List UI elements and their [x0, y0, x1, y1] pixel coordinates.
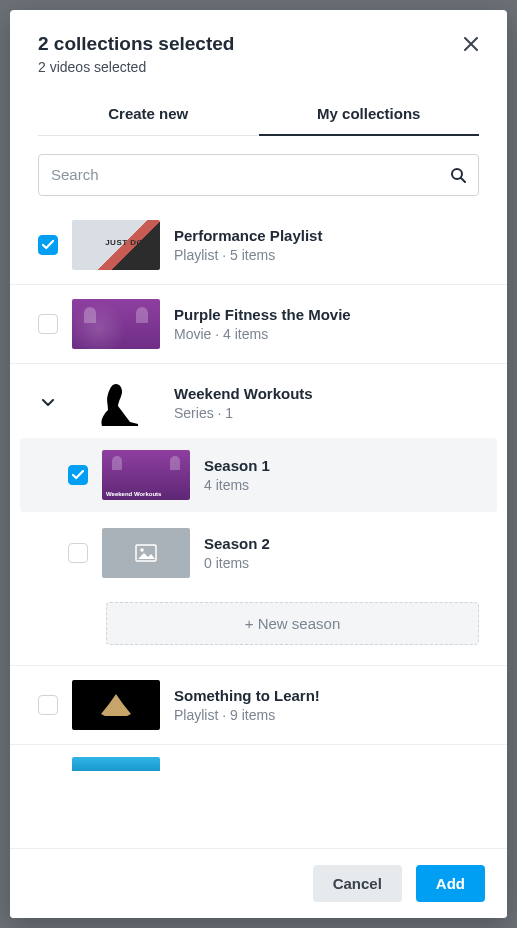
item-name: Season 2: [204, 534, 469, 554]
list-item[interactable]: Something to Learn! Playlist · 9 items: [10, 666, 507, 745]
item-sub: Playlist · 9 items: [174, 707, 479, 723]
collection-list[interactable]: Performance Playlist Playlist · 5 items …: [10, 206, 507, 848]
tab-create-new[interactable]: Create new: [38, 93, 259, 136]
item-name: Weekend Workouts: [174, 384, 479, 404]
thumbnail-placeholder: [102, 528, 190, 578]
search-input[interactable]: [51, 166, 450, 183]
modal-subtitle: 2 videos selected: [38, 59, 479, 75]
item-meta: Something to Learn! Playlist · 9 items: [174, 686, 479, 724]
item-meta: Season 2 0 items: [204, 534, 469, 572]
modal-footer: Cancel Add: [10, 848, 507, 918]
list-item[interactable]: Purple Fitness the Movie Movie · 4 items: [10, 285, 507, 364]
item-name: Season 1: [204, 456, 469, 476]
item-sub: 4 items: [204, 477, 469, 493]
add-to-collection-modal: 2 collections selected 2 videos selected…: [10, 10, 507, 918]
thumbnail: [72, 680, 160, 730]
item-sub: Movie · 4 items: [174, 326, 479, 342]
thumbnail: [72, 299, 160, 349]
item-name: Something to Learn!: [174, 686, 479, 706]
item-meta: Season 1 4 items: [204, 456, 469, 494]
thumbnail: [72, 757, 160, 771]
item-meta: Performance Playlist Playlist · 5 items: [174, 226, 479, 264]
checkbox[interactable]: [38, 235, 58, 255]
checkbox[interactable]: [38, 695, 58, 715]
add-button[interactable]: Add: [416, 865, 485, 902]
season-item[interactable]: Weekend Workouts Season 1 4 items: [20, 438, 497, 512]
thumbnail: Weekend Workouts: [102, 450, 190, 500]
season-item[interactable]: Season 2 0 items: [20, 516, 497, 590]
item-name: Performance Playlist: [174, 226, 479, 246]
checkbox[interactable]: [68, 543, 88, 563]
item-meta: Purple Fitness the Movie Movie · 4 items: [174, 305, 479, 343]
item-sub: Playlist · 5 items: [174, 247, 479, 263]
chevron-down-icon[interactable]: [38, 393, 58, 413]
list-item[interactable]: Weekend Workouts Series · 1: [10, 364, 507, 434]
item-sub: 0 items: [204, 555, 469, 571]
search-field[interactable]: [38, 154, 479, 196]
thumbnail: [72, 378, 160, 428]
checkbox[interactable]: [38, 314, 58, 334]
item-meta: Weekend Workouts Series · 1: [174, 384, 479, 422]
modal-title: 2 collections selected: [38, 32, 479, 57]
checkbox[interactable]: [68, 465, 88, 485]
item-sub: Series · 1: [174, 405, 479, 421]
modal-header: 2 collections selected 2 videos selected: [10, 10, 507, 75]
list-item[interactable]: Performance Playlist Playlist · 5 items: [10, 206, 507, 285]
thumbnail: [72, 220, 160, 270]
search-icon: [450, 167, 466, 183]
close-icon[interactable]: [461, 34, 481, 54]
cancel-button[interactable]: Cancel: [313, 865, 402, 902]
new-season-button[interactable]: + New season: [106, 602, 479, 645]
tab-my-collections[interactable]: My collections: [259, 93, 480, 136]
list-item[interactable]: [10, 745, 507, 777]
svg-point-2: [140, 548, 144, 552]
item-name: Purple Fitness the Movie: [174, 305, 479, 325]
tabs: Create new My collections: [38, 93, 479, 136]
season-list: Weekend Workouts Season 1 4 items Season…: [10, 438, 507, 666]
